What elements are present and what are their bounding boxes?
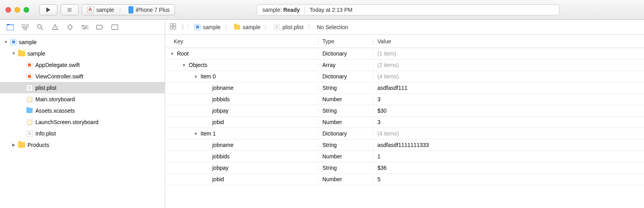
- plist-row[interactable]: jobidNumber5: [165, 174, 644, 185]
- window-controls: [6, 7, 29, 13]
- plist-row[interactable]: ▼RootDictionary(1 item): [165, 48, 644, 59]
- run-button[interactable]: [39, 4, 57, 15]
- plist-key: jobpay: [210, 108, 228, 114]
- tree-label: sample: [28, 50, 45, 57]
- plist-row[interactable]: ▼Item 1Dictionary(4 items): [165, 128, 644, 139]
- plist-value: 3: [374, 119, 644, 125]
- chevron-right-icon: 〉: [263, 24, 271, 31]
- tree-row-products[interactable]: ▶ Products: [0, 139, 165, 150]
- chevron-right-icon: 〉: [306, 24, 315, 31]
- svg-point-7: [55, 28, 55, 29]
- back-button[interactable]: 〈: [178, 24, 184, 31]
- svg-rect-17: [170, 27, 173, 29]
- jumpbar-file-label: plist.plist: [282, 24, 304, 30]
- disclosure-triangle-icon[interactable]: ▼: [193, 74, 198, 79]
- plist-value: (2 items): [374, 62, 644, 68]
- svg-line-5: [41, 28, 43, 30]
- plist-row[interactable]: jobpayString$36: [165, 162, 644, 174]
- close-window-button[interactable]: [6, 7, 11, 13]
- tree-label: ViewController.swift: [35, 73, 83, 80]
- minimize-window-button[interactable]: [15, 7, 20, 13]
- plist-row[interactable]: ▼ObjectsArray(2 items): [165, 59, 644, 71]
- tree-row-file[interactable]: plist.plist: [0, 82, 165, 93]
- swift-file-icon: [26, 73, 33, 80]
- find-navigator-icon[interactable]: [36, 23, 44, 31]
- forward-button[interactable]: 〉: [186, 24, 192, 31]
- svg-rect-3: [24, 28, 26, 30]
- source-control-navigator-icon[interactable]: [21, 23, 29, 31]
- jumpbar-group[interactable]: sample: [234, 24, 260, 30]
- tree-label: sample: [19, 39, 37, 45]
- plist-row[interactable]: jobidNumber3: [165, 117, 644, 128]
- scheme-selector[interactable]: sample 〉 iPhone 7 Plus: [82, 4, 175, 15]
- activity-viewer: sample: Ready Today at 2:13 PM: [257, 4, 559, 15]
- plist-key: Item 1: [198, 130, 216, 137]
- tree-row-file[interactable]: Info.plist: [0, 128, 165, 139]
- column-header-key[interactable]: Key: [165, 38, 318, 45]
- svg-rect-0: [7, 25, 14, 30]
- jumpbar-file[interactable]: plist.plist: [274, 24, 304, 30]
- disclosure-triangle-icon[interactable]: ▶: [12, 143, 16, 147]
- column-header-value[interactable]: Value: [374, 38, 644, 45]
- toolbar: sample 〉 iPhone 7 Plus sample: Ready Tod…: [0, 0, 644, 20]
- plist-row[interactable]: jobpayString$30: [165, 105, 644, 117]
- plist-row[interactable]: jobnameStringasdfasdf1111111333: [165, 139, 644, 151]
- plist-value: asdfasdf111: [374, 85, 644, 91]
- svg-rect-15: [170, 24, 173, 26]
- tree-row-group[interactable]: ▼ sample: [0, 48, 165, 59]
- plist-key: jobpay: [210, 165, 228, 171]
- jumpbar-selection[interactable]: No Selection: [317, 24, 348, 30]
- zoom-window-button[interactable]: [24, 7, 29, 13]
- folder-icon: [18, 51, 25, 56]
- scheme-target[interactable]: sample: [82, 5, 119, 15]
- project-navigator-tab-icon[interactable]: [6, 23, 14, 31]
- tree-row-file[interactable]: Main.storyboard: [0, 93, 165, 105]
- plist-key: jobid: [210, 119, 224, 125]
- svg-rect-1: [22, 24, 24, 27]
- plist-key: Objects: [186, 62, 207, 68]
- breakpoint-navigator-icon[interactable]: [96, 23, 104, 31]
- plist-file-icon: [26, 130, 33, 137]
- tree-row-file[interactable]: LaunchScreen.storyboard: [0, 116, 165, 128]
- project-navigator: ▼ sample ▼ sample AppDelegate.swiftViewC…: [0, 35, 165, 208]
- chevron-right-icon: 〉: [119, 6, 124, 13]
- stop-icon: [68, 8, 72, 12]
- disclosure-triangle-icon[interactable]: ▼: [193, 132, 198, 136]
- plist-type: String: [318, 165, 374, 171]
- plist-row[interactable]: jobbidsNumber3: [165, 94, 644, 105]
- scheme-target-label: sample: [96, 7, 114, 13]
- svg-rect-16: [173, 24, 176, 26]
- tree-row-file[interactable]: Assets.xcassets: [0, 105, 165, 116]
- disclosure-triangle-icon[interactable]: ▼: [12, 51, 16, 56]
- tree-row-file[interactable]: AppDelegate.swift: [0, 59, 165, 71]
- jumpbar-project-label: sample: [203, 24, 221, 30]
- svg-rect-11: [83, 25, 84, 26]
- debug-navigator-icon[interactable]: [81, 23, 89, 31]
- disclosure-triangle-icon[interactable]: ▼: [4, 40, 8, 44]
- tree-row-project[interactable]: ▼ sample: [0, 36, 165, 48]
- plist-type: Dictionary: [318, 73, 374, 80]
- svg-rect-18: [173, 27, 176, 29]
- scheme-device[interactable]: iPhone 7 Plus: [124, 5, 174, 15]
- disclosure-triangle-icon[interactable]: ▼: [170, 52, 175, 56]
- plist-row[interactable]: jobbidsNumber1: [165, 151, 644, 162]
- plist-key: jobname: [210, 85, 234, 91]
- plist-row[interactable]: jobnameStringasdfasdf111: [165, 82, 644, 94]
- report-navigator-icon[interactable]: [111, 23, 119, 31]
- plist-row[interactable]: ▼Item 0Dictionary(4 items): [165, 71, 644, 82]
- disclosure-triangle-icon[interactable]: ▼: [182, 63, 186, 67]
- stop-button[interactable]: [61, 4, 79, 15]
- issue-navigator-icon[interactable]: [51, 23, 59, 31]
- storyboard-file-icon: [26, 96, 33, 103]
- plist-key: Item 0: [198, 73, 216, 80]
- test-navigator-icon[interactable]: [66, 23, 74, 31]
- related-items-icon[interactable]: [170, 23, 176, 31]
- play-icon: [46, 7, 50, 12]
- plist-value: $36: [374, 165, 644, 171]
- column-header-type[interactable]: Type: [318, 38, 374, 45]
- folder-icon: [18, 142, 25, 148]
- plist-file-icon: [274, 24, 280, 30]
- tree-label: Main.storyboard: [35, 96, 75, 102]
- tree-row-file[interactable]: ViewController.swift: [0, 71, 165, 82]
- jumpbar-project[interactable]: sample: [194, 24, 221, 30]
